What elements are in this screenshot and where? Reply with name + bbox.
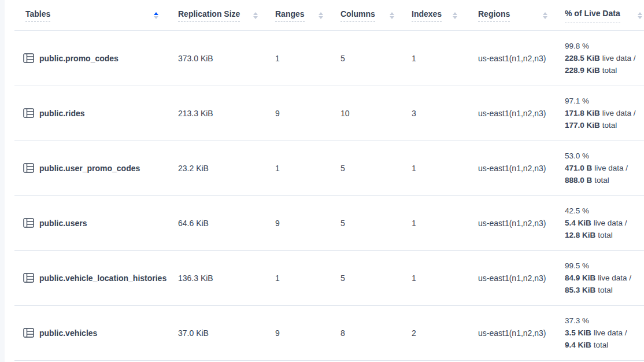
cell-replication-size: 373.0 KiB: [178, 54, 275, 63]
table-body: public.promo_codes 373.0 KiB 1 5 1 us-ea…: [5, 31, 644, 360]
cell-indexes: 3: [412, 109, 478, 118]
cell-columns: 10: [340, 109, 412, 118]
cell-columns: 8: [340, 328, 412, 338]
table-icon: [23, 273, 34, 283]
table-icon: [23, 218, 34, 228]
column-header-ranges-label: Ranges: [275, 9, 305, 22]
cell-replication-size: 213.3 KiB: [178, 109, 275, 118]
column-header-live-data[interactable]: % of Live Data: [565, 8, 644, 23]
cell-table-name: public.user_promo_codes: [5, 163, 178, 173]
table-icon: [23, 328, 34, 338]
table-name-link[interactable]: public.vehicles: [39, 328, 97, 338]
cell-regions: us-east1(n1,n2,n3): [478, 54, 565, 63]
cell-live-data: 99.8 % 228.5 KiBlive data / 228.9 KiBtot…: [565, 40, 644, 76]
cell-columns: 5: [340, 54, 412, 63]
sort-icon: [543, 12, 547, 19]
table-name-link[interactable]: public.rides: [39, 109, 85, 118]
sort-desc-icon: [638, 16, 642, 19]
cell-live-data: 97.1 % 171.8 KiBlive data / 177.0 KiBtot…: [565, 95, 644, 131]
cell-table-name: public.promo_codes: [5, 53, 178, 63]
live-data-size: 3.5 KiBlive data /: [565, 327, 644, 339]
cell-regions: us-east1(n1,n2,n3): [478, 109, 565, 118]
cell-columns: 5: [340, 164, 412, 173]
cell-ranges: 1: [275, 274, 340, 283]
column-header-replication-size[interactable]: Replication Size: [178, 9, 275, 22]
cell-indexes: 1: [412, 274, 478, 283]
table-icon: [23, 163, 34, 173]
column-header-columns[interactable]: Columns: [340, 9, 412, 22]
column-header-regions-label: Regions: [478, 9, 510, 22]
live-data-total: 888.0 Btotal: [565, 174, 644, 186]
table-name-link[interactable]: public.vehicle_location_histories: [39, 274, 166, 283]
cell-replication-size: 64.6 KiB: [178, 219, 275, 228]
live-data-percent: 53.0 %: [565, 150, 644, 162]
cell-regions: us-east1(n1,n2,n3): [478, 219, 565, 228]
table-row: public.rides 213.3 KiB 9 10 3 us-east1(n…: [5, 86, 644, 141]
tables-list-panel: Tables Replication Size Ranges Columns: [5, 0, 644, 362]
column-header-indexes[interactable]: Indexes: [412, 9, 478, 22]
cell-ranges: 1: [275, 164, 340, 173]
live-data-total: 9.4 KiBtotal: [565, 339, 644, 351]
live-data-size: 171.8 KiBlive data /: [565, 107, 644, 119]
live-data-size: 5.4 KiBlive data /: [565, 217, 644, 229]
table-row: public.user_promo_codes 23.2 KiB 1 5 1 u…: [5, 141, 644, 195]
sort-icon: [390, 12, 394, 19]
sort-asc-icon: [453, 12, 457, 15]
cell-table-name: public.vehicles: [5, 328, 178, 338]
sort-asc-icon: [253, 12, 258, 15]
sort-desc-icon: [154, 16, 158, 19]
sort-icon: [154, 12, 158, 19]
live-data-total: 12.8 KiBtotal: [565, 229, 644, 241]
sort-asc-icon: [319, 12, 323, 15]
sort-asc-icon: [543, 12, 547, 15]
cell-ranges: 9: [275, 328, 340, 338]
cell-regions: us-east1(n1,n2,n3): [478, 328, 565, 338]
sort-desc-icon: [390, 16, 394, 19]
column-header-indexes-label: Indexes: [412, 9, 442, 22]
sort-icon: [453, 12, 457, 19]
live-data-percent: 99.5 %: [565, 260, 644, 272]
table-row: public.vehicle_location_histories 136.3 …: [5, 250, 644, 305]
cell-regions: us-east1(n1,n2,n3): [478, 164, 565, 173]
cell-live-data: 99.5 % 84.9 KiBlive data / 85.3 KiBtotal: [565, 260, 644, 296]
column-header-tables-label: Tables: [25, 9, 50, 22]
sort-icon: [319, 12, 323, 19]
sort-desc-icon: [319, 16, 323, 19]
table-bottom-border: [14, 360, 644, 361]
cell-live-data: 42.5 % 5.4 KiBlive data / 12.8 KiBtotal: [565, 205, 644, 241]
cell-table-name: public.rides: [5, 108, 178, 118]
cell-live-data: 53.0 % 471.0 Blive data / 888.0 Btotal: [565, 150, 644, 186]
table-icon: [23, 108, 34, 118]
live-data-total: 177.0 KiBtotal: [565, 119, 644, 131]
column-header-columns-label: Columns: [340, 9, 375, 22]
sort-asc-icon: [154, 12, 158, 15]
table-name-link[interactable]: public.user_promo_codes: [39, 164, 140, 173]
cell-indexes: 2: [412, 328, 478, 338]
cell-replication-size: 136.3 KiB: [178, 274, 275, 283]
sort-desc-icon: [453, 16, 457, 19]
live-data-percent: 42.5 %: [565, 205, 644, 217]
cell-replication-size: 37.0 KiB: [178, 328, 275, 338]
table-icon: [23, 53, 34, 63]
table-row: public.promo_codes 373.0 KiB 1 5 1 us-ea…: [5, 31, 644, 86]
cell-indexes: 1: [412, 164, 478, 173]
sort-desc-icon: [253, 16, 258, 19]
table-row: public.vehicles 37.0 KiB 9 8 2 us-east1(…: [5, 305, 644, 360]
live-data-percent: 99.8 %: [565, 40, 644, 52]
live-data-percent: 37.3 %: [565, 315, 644, 327]
table-name-link[interactable]: public.users: [39, 219, 87, 228]
column-header-tables[interactable]: Tables: [5, 9, 178, 22]
sort-asc-icon: [390, 12, 394, 15]
live-data-size: 471.0 Blive data /: [565, 162, 644, 174]
live-data-total: 228.9 KiBtotal: [565, 64, 644, 76]
cell-ranges: 9: [275, 109, 340, 118]
column-header-regions[interactable]: Regions: [478, 9, 565, 22]
cell-live-data: 37.3 % 3.5 KiBlive data / 9.4 KiBtotal: [565, 315, 644, 351]
cell-ranges: 9: [275, 219, 340, 228]
column-header-ranges[interactable]: Ranges: [275, 9, 340, 22]
cell-columns: 5: [340, 274, 412, 283]
cell-ranges: 1: [275, 54, 340, 63]
table-name-link[interactable]: public.promo_codes: [39, 54, 119, 63]
table-header-row: Tables Replication Size Ranges Columns: [5, 0, 644, 31]
cell-indexes: 1: [412, 219, 478, 228]
